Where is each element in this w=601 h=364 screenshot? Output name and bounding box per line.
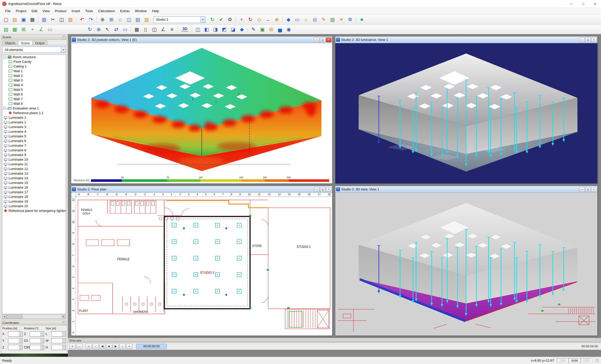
tree-item-luminaire-5[interactable]: Luminaire 5 (2, 134, 66, 138)
tree-item-wall-1[interactable]: Wall 1 (2, 69, 66, 73)
time-axis-header[interactable]: Time axis (68, 338, 601, 343)
tree-item-luminaire-8[interactable]: Luminaire 8 (2, 148, 66, 152)
page-preview-button[interactable]: ▥ (40, 16, 48, 24)
options-button[interactable]: ⚙ (226, 16, 234, 24)
maximize-button[interactable]: □ (577, 0, 589, 8)
report-button[interactable]: ▤ (133, 16, 142, 24)
import-plan-button[interactable]: ▤ (2, 26, 10, 33)
dimension-button[interactable]: ∠ (159, 26, 168, 33)
view-plan-button[interactable]: ◫ (193, 26, 202, 33)
snap-button[interactable]: + (28, 26, 37, 33)
tree-item-luminaire-15[interactable]: Luminaire 15 (2, 180, 66, 185)
spin-up-icon[interactable] (62, 345, 66, 347)
pseudo-colour-canvas[interactable] (71, 43, 332, 183)
coord-size-h-field[interactable] (51, 345, 66, 350)
luminance-canvas[interactable] (335, 43, 597, 183)
tree-item-wall-3[interactable]: Wall 3 (2, 78, 66, 83)
tree-item-luminaire-19[interactable]: Luminaire 19 (2, 199, 66, 204)
texture-button[interactable]: ▨ (328, 16, 337, 24)
view-back-button[interactable]: ◩ (220, 26, 229, 33)
menu-edit[interactable]: Edit (29, 8, 40, 14)
grid-toggle-button[interactable]: ▦ (132, 26, 141, 33)
globe-button[interactable]: ◉ (284, 26, 293, 33)
tab-objects[interactable]: Objects (2, 41, 18, 45)
coordinates-panel-header[interactable]: Coordinates (1, 321, 67, 325)
tree-item-ceiling-1[interactable]: Ceiling 1 (2, 64, 66, 69)
zoom-extents-button[interactable]: ⊕ (98, 16, 107, 24)
spin-down-icon[interactable] (19, 341, 22, 343)
tree-item-luminaire-18[interactable]: Luminaire 18 (2, 194, 66, 199)
resize-grip[interactable] (595, 359, 599, 362)
tree-item-wall-6[interactable]: Wall 6 (2, 92, 66, 96)
spin-up-icon[interactable] (19, 332, 22, 334)
overlay-button[interactable]: ◫ (150, 26, 159, 33)
play-button[interactable]: ▶ (113, 344, 119, 349)
save-button[interactable]: ▣ (19, 16, 28, 24)
menu-product[interactable]: Product (52, 8, 69, 14)
crop-button[interactable]: ▭ (46, 26, 54, 33)
select-button[interactable]: ↖ (103, 26, 112, 33)
minimize-button[interactable]: — (565, 0, 577, 8)
tree-item-wall-5[interactable]: Wall 5 (2, 87, 66, 92)
coord-position-x-field[interactable] (8, 331, 23, 337)
tree-item-luminaire-2[interactable]: Luminaire 2 (2, 120, 66, 124)
minimize-button[interactable]: — (579, 187, 585, 192)
insert-area-button[interactable]: ▭ (293, 16, 302, 24)
tree-item-reference-plane-1-1[interactable]: Reference plane 1.1 (2, 110, 66, 115)
time-range-button[interactable]: ↔ (76, 344, 82, 349)
tree-item-luminaire-11[interactable]: Luminaire 11 (2, 162, 66, 166)
layer-manager-button[interactable]: ▦ (10, 26, 19, 33)
view-side-button[interactable]: ◨ (211, 26, 220, 33)
annotate-button[interactable]: ✎ (249, 26, 258, 33)
tree-item-room-structure[interactable]: −Room structure (2, 55, 66, 59)
spin-down-icon[interactable] (62, 347, 66, 350)
spin-up-icon[interactable] (41, 332, 44, 334)
menu-extras[interactable]: Extras (118, 8, 132, 14)
view-iso-button[interactable]: ◆ (237, 26, 246, 33)
tree-item-floor-cavity[interactable]: Floor Cavity (2, 59, 66, 64)
menu-tools[interactable]: Tools (83, 8, 96, 14)
current-time-field[interactable]: 00:00:00:00 (136, 344, 167, 349)
spin-down-icon[interactable] (62, 334, 66, 336)
window-titlebar[interactable]: Studio 2: 3D view, View 1 — ◱ × (335, 186, 597, 193)
origin-button[interactable]: ⊕ (272, 16, 281, 24)
spin-down-icon[interactable] (19, 334, 22, 336)
window-titlebar[interactable]: Studio 2: 3D pseudo colours, View 1 (E) … (71, 36, 332, 43)
chevron-down-icon[interactable] (61, 47, 66, 53)
menu-file[interactable]: File (3, 8, 13, 14)
element-filter-dropdown[interactable]: All elements (2, 47, 66, 53)
scene-settings-button[interactable]: ⚙ (346, 16, 354, 24)
spin-up-icon[interactable] (62, 332, 66, 334)
close-icon[interactable] (596, 339, 600, 342)
spin-down-icon[interactable] (19, 347, 22, 350)
tree-item-luminaire-1[interactable]: Luminaire 1 (2, 115, 66, 120)
undo-button[interactable]: ↶ (78, 16, 86, 24)
tree-item-luminaire-16[interactable]: Luminaire 16 (2, 185, 66, 190)
scale-button[interactable]: ◇ (255, 16, 264, 24)
titlebar[interactable]: IngrebourneGroundFloor.rdf - Relux — □ × (0, 0, 601, 8)
paint-button[interactable]: ✎ (319, 16, 328, 24)
close-button[interactable]: × (591, 38, 597, 42)
copy-button[interactable]: ◫ (57, 16, 66, 24)
insert-luminaire-button[interactable]: ☼ (302, 16, 310, 24)
tree-item-luminaire-6[interactable]: Luminaire 6 (2, 138, 66, 143)
view-corner-button[interactable]: ◪ (229, 26, 237, 33)
stop-button[interactable]: ■ (106, 344, 112, 349)
rotate-button[interactable]: ↻ (246, 16, 255, 24)
skip-end-button[interactable]: » (126, 344, 132, 349)
spin-up-icon[interactable] (41, 345, 44, 347)
tree-item-wall-4[interactable]: Wall 4 (2, 83, 66, 87)
step-back-button[interactable]: ‹ (92, 344, 99, 349)
close-button[interactable]: × (326, 38, 331, 42)
guides-button[interactable]: ≡ (168, 26, 176, 33)
spin-up-icon[interactable] (62, 338, 66, 341)
page-bounds-button[interactable]: ▯ (141, 26, 150, 33)
room-editor-button[interactable]: ⌂ (116, 16, 125, 24)
redo-button[interactable]: ↷ (86, 16, 95, 24)
collapse-toggle-icon[interactable]: − (3, 107, 6, 110)
collapse-toggle-icon[interactable]: − (3, 56, 6, 58)
play-reverse-button[interactable]: ◀ (99, 344, 105, 349)
render-button[interactable]: ★ (357, 16, 366, 24)
coord-rotation-c90-field[interactable] (30, 345, 44, 350)
grid-button[interactable]: ⊞ (19, 26, 28, 33)
